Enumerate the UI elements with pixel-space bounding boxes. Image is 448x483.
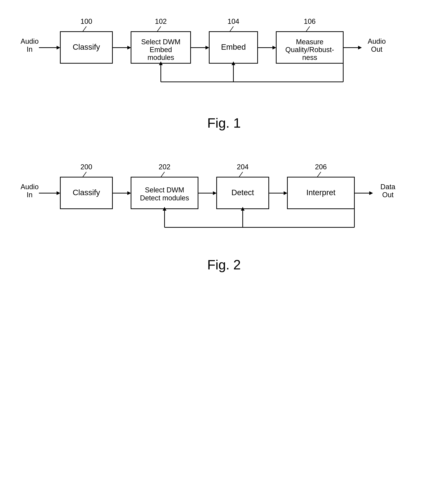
- select-detect-label-2: Detect modules: [140, 194, 189, 202]
- ref-100-line: [83, 26, 86, 32]
- fig1-audio-in-2: In: [27, 45, 32, 53]
- arrow5-f2: [369, 191, 373, 195]
- fig2-data-out: Data: [380, 183, 395, 191]
- fig2-diagram: Audio In 200 Classify 202 Select DWM Det…: [19, 157, 429, 250]
- arrow4-f2: [284, 191, 287, 195]
- detect-label: Detect: [231, 188, 254, 197]
- select-embed-label-3: modules: [147, 54, 174, 61]
- select-embed-label-2: Embed: [150, 46, 172, 54]
- fig2-label: Fig. 2: [19, 257, 429, 272]
- fig1-container: Audio In 100 Classify 102 Select DWM Emb…: [19, 11, 429, 145]
- arrow2-f2: [127, 191, 131, 195]
- ref-104: 104: [227, 17, 239, 25]
- fig1-diagram: Audio In 100 Classify 102 Select DWM Emb…: [19, 11, 429, 108]
- fig1-label: Fig. 1: [19, 115, 429, 131]
- measure-label-2: Quality/Robust-: [285, 46, 334, 54]
- ref-200-line: [83, 172, 86, 177]
- ref-206-line: [317, 172, 321, 177]
- arrow4: [272, 46, 276, 49]
- ref-102: 102: [155, 17, 167, 25]
- classify-label-1: Classify: [72, 43, 100, 51]
- fig2-audio-in: Audio: [20, 183, 39, 191]
- arrow1-f2: [56, 191, 60, 195]
- fig1-audio-out: Audio: [368, 37, 386, 45]
- fig2-container: Audio In 200 Classify 202 Select DWM Det…: [19, 157, 429, 287]
- ref-202: 202: [159, 163, 170, 171]
- classify-label-2: Classify: [72, 188, 100, 197]
- ref-204-line: [239, 172, 243, 177]
- ref-204: 204: [237, 163, 248, 171]
- embed-label: Embed: [221, 43, 246, 51]
- measure-label-3: ness: [302, 54, 317, 61]
- ref-200: 200: [80, 163, 92, 171]
- interpret-label: Interpret: [306, 188, 336, 197]
- fig1-audio-in: Audio: [20, 37, 39, 45]
- fig2-data-out-2: Out: [382, 191, 394, 199]
- arrow3: [206, 46, 209, 49]
- ref-206: 206: [315, 163, 327, 171]
- select-embed-label-1: Select DWM: [141, 38, 180, 46]
- measure-label-1: Measure: [296, 38, 323, 46]
- ref-202-line: [161, 172, 165, 177]
- select-detect-label-1: Select DWM: [145, 186, 184, 194]
- arrow2: [127, 46, 131, 49]
- arrow1: [56, 46, 60, 49]
- fig2-audio-in-2: In: [27, 191, 32, 199]
- ref-100: 100: [80, 17, 92, 25]
- fig1-audio-out-2: Out: [371, 45, 383, 53]
- arrow5: [358, 46, 362, 49]
- ref-102-line: [157, 26, 161, 32]
- ref-104-line: [230, 26, 233, 32]
- ref-106: 106: [304, 17, 315, 25]
- ref-106-line: [306, 26, 310, 32]
- arrow3-f2: [213, 191, 217, 195]
